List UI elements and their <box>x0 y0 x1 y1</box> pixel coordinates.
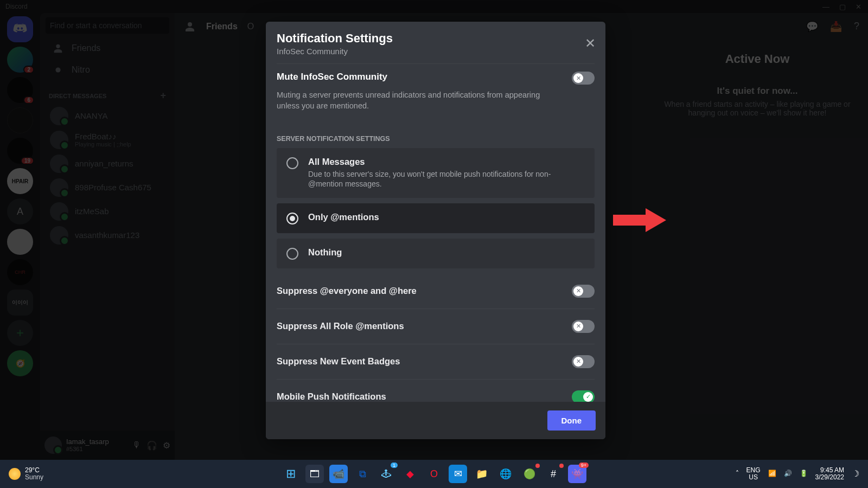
avatar <box>50 131 68 149</box>
server-icon[interactable] <box>7 229 33 255</box>
mute-mic-icon[interactable]: 🎙 <box>132 440 141 451</box>
done-button[interactable]: Done <box>547 410 596 431</box>
dm-section-header: DIRECT MESSAGES + <box>40 81 175 104</box>
steam-icon[interactable]: 🕹1 <box>377 465 395 483</box>
add-server-button[interactable]: + <box>7 320 33 346</box>
dm-name: 898Profuse Cash675 <box>75 183 151 192</box>
deafen-icon[interactable]: 🎧 <box>146 440 157 451</box>
titlebar: Discord — ▢ ✕ <box>0 0 868 13</box>
app-name: Discord <box>5 3 28 10</box>
server-notif-section: SERVER NOTIFICATION SETTINGS <box>277 135 595 143</box>
server-rail: 2 6 19 HPAIR A CHR 이이이 + 🧭 <box>0 13 40 460</box>
active-now-subtitle: It's quiet for now... <box>660 86 855 97</box>
battery-icon[interactable]: 🔋 <box>800 470 808 477</box>
toggle-row: Mobile Push Notifications✓ <box>277 380 595 402</box>
toggle-switch[interactable]: ✕ <box>572 285 595 298</box>
dm-item[interactable]: 898Profuse Cash675 <box>44 176 170 199</box>
svg-point-0 <box>55 67 60 72</box>
server-icon[interactable]: CHR <box>7 259 33 285</box>
clock[interactable]: 9:45 AM 3/29/2022 <box>815 467 844 481</box>
toggle-label: Suppress @everyone and @here <box>277 286 417 296</box>
arrow-annotation-icon <box>612 204 666 236</box>
explorer-icon[interactable]: 📁 <box>473 465 491 483</box>
maximize-icon[interactable]: ▢ <box>839 3 846 11</box>
nav-friends[interactable]: Friends <box>44 38 170 59</box>
server-icon[interactable]: HPAIR <box>7 168 33 194</box>
toggle-switch[interactable]: ✕ <box>572 320 595 333</box>
tray-chevron-icon[interactable]: ˄ <box>736 470 739 477</box>
toggle-row: Suppress All Role @mentions✕ <box>277 309 595 344</box>
start-icon[interactable]: ⊞ <box>282 465 300 483</box>
tab-friends[interactable]: Friends <box>206 22 238 31</box>
sun-icon <box>9 468 21 480</box>
tab-online[interactable]: O <box>247 22 254 31</box>
server-icon[interactable]: 이이이 <box>7 290 33 316</box>
help-icon[interactable]: ? <box>854 21 859 33</box>
dm-item[interactable]: anniyan_returns <box>44 152 170 175</box>
home-server-icon[interactable] <box>7 16 33 42</box>
radio-all-messages[interactable]: All Messages Due to this server's size, … <box>277 148 595 197</box>
server-badge: 6 <box>23 96 34 104</box>
opera-icon[interactable]: O <box>425 465 443 483</box>
dm-item[interactable]: FredBoat♪♪Playing music | ;;help <box>44 129 170 151</box>
mail-icon[interactable]: ✉ <box>449 465 467 483</box>
task-view-icon[interactable]: 🗔 <box>305 465 324 483</box>
wifi-icon[interactable]: 📶 <box>768 470 776 477</box>
server-icon[interactable]: 2 <box>7 47 33 73</box>
nav-nitro[interactable]: Nitro <box>44 60 170 80</box>
radio-nothing[interactable]: Nothing <box>277 239 595 268</box>
mute-server-toggle[interactable]: ✕ <box>572 72 595 85</box>
task-apps: ⊞ 🗔 📹 ⧉ 🕹1 ◆ O ✉ 📁 🌐 🟢 # 👾9+ <box>282 465 586 483</box>
system-tray[interactable]: ˄ ENG US 📶 🔊 🔋 9:45 AM 3/29/2022 ☽ <box>736 467 868 481</box>
self-tag: #5361 <box>66 446 109 452</box>
toggle-row: Suppress New Event Badges✕ <box>277 344 595 380</box>
radio-icon <box>286 213 298 224</box>
radio-icon <box>286 248 298 260</box>
svg-marker-1 <box>613 208 666 232</box>
close-icon[interactable]: ✕ <box>585 36 596 51</box>
radio-only-mentions[interactable]: Only @mentions <box>277 203 595 233</box>
self-avatar[interactable] <box>44 436 62 454</box>
dm-name: vasanthkumar123 <box>75 230 139 240</box>
user-area: Iamak_tasarp #5361 🎙 🎧 ⚙ <box>40 431 175 460</box>
modal-title: Notification Settings <box>277 31 595 46</box>
focus-icon[interactable]: ☽ <box>852 469 859 479</box>
inbox-icon[interactable]: 📥 <box>830 21 842 33</box>
settings-icon[interactable]: ⚙ <box>163 440 170 451</box>
weather-widget[interactable]: 29°C Sunny <box>0 467 43 481</box>
zoom-icon[interactable]: 📹 <box>329 465 348 483</box>
active-now-panel: Active Now It's quiet for now... When a … <box>660 52 855 117</box>
dm-item[interactable]: vasanthkumar123 <box>44 224 170 247</box>
toggle-label: Mobile Push Notifications <box>277 391 386 402</box>
windows-taskbar[interactable]: 29°C Sunny ⊞ 🗔 📹 ⧉ 🕹1 ◆ O ✉ 📁 🌐 🟢 # 👾9+ … <box>0 460 868 488</box>
friends-icon <box>183 20 196 33</box>
search-input[interactable]: Find or start a conversation <box>46 17 169 34</box>
toggle-switch[interactable]: ✕ <box>572 355 595 368</box>
minimize-icon[interactable]: — <box>822 3 829 11</box>
modal-subtitle: InfoSec Community <box>277 47 595 56</box>
edge-icon[interactable]: 🌐 <box>496 465 515 483</box>
discord-taskbar-icon[interactable]: 👾9+ <box>568 465 586 483</box>
toggle-switch[interactable]: ✓ <box>572 390 595 402</box>
discover-button[interactable]: 🧭 <box>7 350 33 376</box>
dropbox-icon[interactable]: ⧉ <box>353 465 372 483</box>
volume-icon[interactable]: 🔊 <box>784 470 792 477</box>
server-icon[interactable] <box>7 107 33 133</box>
dm-sidebar: Find or start a conversation Friends Nit… <box>40 13 175 460</box>
server-icon[interactable]: 19 <box>7 138 33 164</box>
dm-item[interactable]: itzMeSab <box>44 200 170 223</box>
plus-icon[interactable]: + <box>160 90 166 101</box>
active-now-title: Active Now <box>660 52 855 66</box>
active-now-body: When a friend starts an activity – like … <box>660 100 855 117</box>
dm-item[interactable]: ANANYA <box>44 105 170 127</box>
mute-server-label: Mute InfoSec Community <box>277 72 387 82</box>
new-dm-icon[interactable]: 💬 <box>806 21 818 33</box>
chrome-icon[interactable]: 🟢 <box>520 465 539 483</box>
slack-icon[interactable]: # <box>544 465 563 483</box>
radio-icon <box>286 157 298 169</box>
toggle-label: Suppress New Event Badges <box>277 356 400 367</box>
close-window-icon[interactable]: ✕ <box>856 3 861 11</box>
server-icon[interactable]: A <box>7 198 33 224</box>
server-icon[interactable]: 6 <box>7 77 33 103</box>
app-icon[interactable]: ◆ <box>401 465 419 483</box>
